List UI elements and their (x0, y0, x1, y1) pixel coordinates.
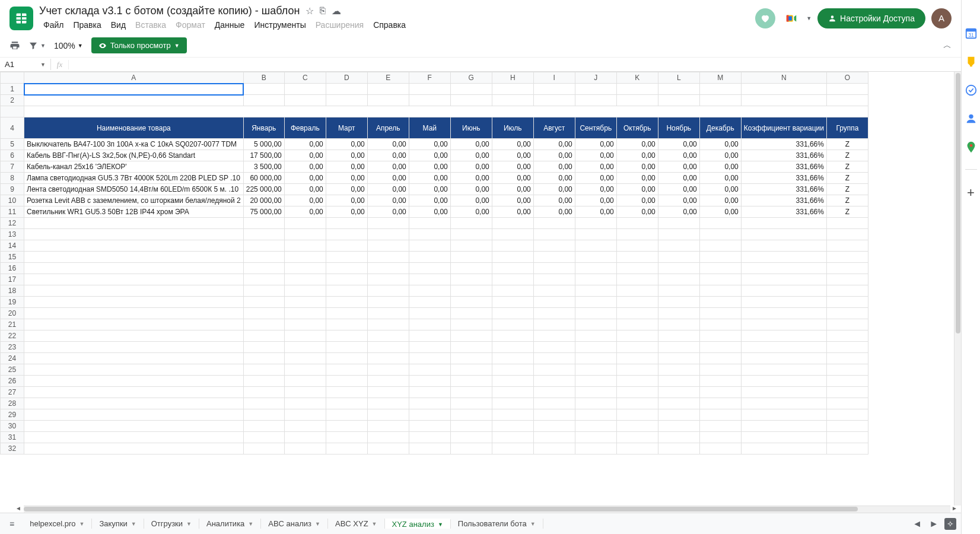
col-header-A[interactable]: A (24, 72, 244, 84)
month-value-cell[interactable]: 0,00 (699, 173, 741, 184)
all-sheets-icon[interactable]: ≡ (5, 517, 19, 531)
cell[interactable] (616, 421, 658, 432)
filter-icon[interactable]: ▼ (28, 41, 46, 50)
month-value-cell[interactable]: 0,00 (409, 161, 450, 173)
cell[interactable] (367, 263, 409, 274)
cell[interactable] (741, 218, 826, 229)
cell[interactable] (284, 364, 326, 376)
row-header-27[interactable]: 27 (1, 387, 24, 398)
cell[interactable] (367, 330, 409, 342)
cell[interactable] (699, 443, 741, 454)
month-value-cell[interactable]: 0,00 (367, 150, 409, 161)
cell[interactable] (533, 297, 575, 308)
cell[interactable] (533, 95, 575, 106)
cell[interactable] (284, 376, 326, 387)
cell[interactable] (741, 84, 826, 95)
month-value-cell[interactable]: 225 000,00 (243, 184, 284, 195)
cell[interactable] (243, 421, 284, 432)
cell[interactable] (533, 274, 575, 285)
cell[interactable] (409, 432, 450, 443)
row-header-25[interactable]: 25 (1, 364, 24, 376)
col-header-C[interactable]: C (284, 72, 326, 84)
cell[interactable] (284, 421, 326, 432)
cell[interactable] (450, 274, 492, 285)
cell[interactable] (658, 319, 699, 330)
cell[interactable] (24, 252, 244, 263)
cell[interactable] (24, 274, 244, 285)
cell[interactable] (492, 376, 533, 387)
cell[interactable] (492, 319, 533, 330)
cell[interactable] (326, 364, 367, 376)
cell[interactable] (284, 297, 326, 308)
cell[interactable] (492, 364, 533, 376)
cell[interactable] (326, 443, 367, 454)
cell[interactable] (284, 274, 326, 285)
keep-icon[interactable] (965, 55, 978, 68)
cell[interactable] (699, 240, 741, 252)
col-header-O[interactable]: O (826, 72, 868, 84)
cell[interactable] (699, 95, 741, 106)
cell[interactable] (326, 387, 367, 398)
cell[interactable] (24, 376, 244, 387)
cell[interactable] (616, 364, 658, 376)
sheet-tab[interactable]: ABC XYZ▼ (328, 519, 385, 529)
cell[interactable] (826, 421, 868, 432)
formula-input[interactable] (69, 58, 961, 71)
product-name-cell[interactable]: Кабель ВВГ-Пнг(А)-LS 3x2,5ок (N,PE)-0,66… (24, 150, 244, 161)
cell[interactable] (243, 95, 284, 106)
month-value-cell[interactable]: 0,00 (616, 150, 658, 161)
view-only-button[interactable]: Только просмотр ▼ (91, 37, 187, 53)
cell[interactable] (533, 218, 575, 229)
cell[interactable] (243, 263, 284, 274)
cell[interactable] (658, 84, 699, 95)
cell[interactable] (826, 297, 868, 308)
cell[interactable] (326, 240, 367, 252)
cell[interactable] (409, 387, 450, 398)
cell[interactable] (826, 353, 868, 364)
cell[interactable] (24, 240, 244, 252)
coefficient-cell[interactable]: 331,66% (741, 195, 826, 206)
table-header-cell[interactable]: Март (326, 117, 367, 139)
cell[interactable] (326, 353, 367, 364)
scroll-left-icon[interactable]: ◄ (15, 505, 21, 511)
cell[interactable] (326, 229, 367, 240)
row-header-29[interactable]: 29 (1, 409, 24, 421)
cell[interactable] (243, 443, 284, 454)
month-value-cell[interactable]: 0,00 (409, 195, 450, 206)
table-header-cell[interactable]: Апрель (367, 117, 409, 139)
cell[interactable] (699, 376, 741, 387)
row-header-11[interactable]: 11 (1, 206, 24, 218)
sheet-tab-dropdown-icon[interactable]: ▼ (530, 521, 536, 527)
row-header-22[interactable]: 22 (1, 330, 24, 342)
cell[interactable] (492, 342, 533, 353)
cell[interactable] (575, 376, 616, 387)
product-name-cell[interactable]: Розетка Levit ABB с заземлением, со штор… (24, 195, 244, 206)
cell[interactable] (367, 432, 409, 443)
cell[interactable] (699, 342, 741, 353)
month-value-cell[interactable]: 0,00 (533, 184, 575, 195)
cell[interactable] (741, 240, 826, 252)
add-on-plus-icon[interactable]: + (967, 185, 975, 201)
row-header-18[interactable]: 18 (1, 285, 24, 297)
cell[interactable] (450, 308, 492, 319)
col-header-K[interactable]: K (616, 72, 658, 84)
cell[interactable] (616, 229, 658, 240)
sheet-tab-dropdown-icon[interactable]: ▼ (131, 521, 136, 527)
cell[interactable] (409, 421, 450, 432)
cell[interactable] (658, 398, 699, 409)
cell[interactable] (826, 263, 868, 274)
cell[interactable] (409, 263, 450, 274)
horizontal-scrollbar[interactable] (24, 506, 950, 513)
month-value-cell[interactable]: 0,00 (326, 139, 367, 150)
month-value-cell[interactable]: 0,00 (492, 195, 533, 206)
cell[interactable] (450, 263, 492, 274)
cell[interactable] (24, 387, 244, 398)
cell[interactable] (616, 252, 658, 263)
month-value-cell[interactable]: 20 000,00 (243, 195, 284, 206)
cell[interactable] (699, 421, 741, 432)
cell[interactable] (326, 308, 367, 319)
cell[interactable] (826, 229, 868, 240)
coefficient-cell[interactable]: 331,66% (741, 150, 826, 161)
month-value-cell[interactable]: 0,00 (616, 139, 658, 150)
col-header-D[interactable]: D (326, 72, 367, 84)
